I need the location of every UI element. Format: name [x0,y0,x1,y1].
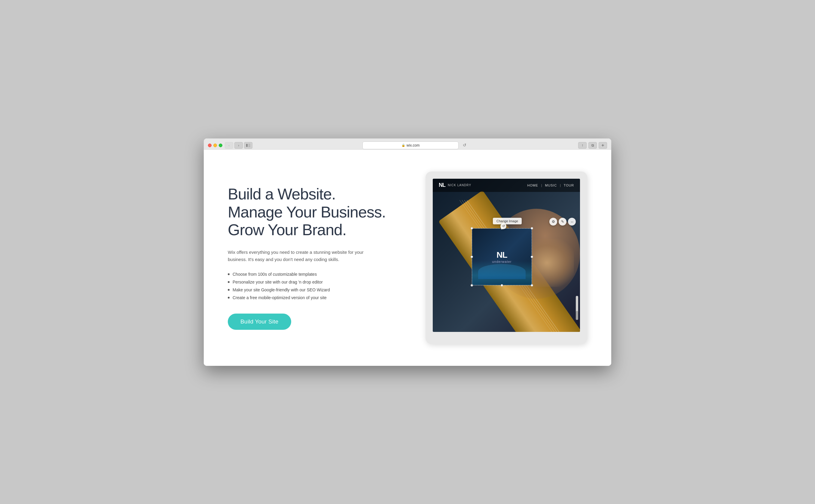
site-nav-links: HOME | MUSIC | TOUR [527,184,574,187]
more-options-button[interactable]: ··· [568,218,576,226]
list-item: Choose from 100s of customizable templat… [228,270,401,278]
lock-icon: 🔒 [401,144,405,147]
feature-text: Create a free mobile-optimized version o… [233,295,327,300]
minimize-button[interactable] [213,144,217,147]
address-bar-area: 🔒 wix.com ↺ [252,141,578,149]
tablet-screen: NL NICK LANDRY HOME | MUSIC | TOUR [433,179,580,332]
headline-line2: Manage Your Business. [228,203,385,221]
forward-button[interactable]: › [234,142,243,149]
rotate-handle[interactable]: ↺ [500,223,506,229]
scrollbar-thumb[interactable] [576,311,578,320]
handle-br[interactable] [531,284,533,287]
nav-link-music[interactable]: MUSIC [545,184,557,187]
gear-button[interactable]: ⚙ [549,218,557,226]
svg-rect-1 [248,144,250,144]
address-bar[interactable]: 🔒 wix.com [362,141,459,149]
svg-rect-0 [246,144,248,147]
nav-buttons: ‹ › [225,142,243,149]
handle-tl[interactable] [471,227,473,229]
scrollbar[interactable] [576,296,578,320]
left-content: Build a Website. Manage Your Business. G… [228,185,401,330]
tablet-mockup: NL NICK LANDRY HOME | MUSIC | TOUR [426,172,587,344]
reload-button[interactable]: ↺ [461,141,468,149]
list-item: Make your site Google-friendly with our … [228,286,401,294]
change-image-area: Change Image [493,218,522,224]
album-subtitle: underwater [492,260,512,263]
feature-text: Personalize your site with our drag 'n d… [233,280,323,284]
cta-button[interactable]: Build Your Site [228,314,291,330]
browser-window: ‹ › 🔒 wix.com ↺ ↑ ⧉ [204,138,611,366]
edit-button[interactable]: ✎ [559,218,567,226]
new-tab-button[interactable]: + [599,142,607,149]
svg-rect-2 [248,145,250,146]
list-item: Personalize your site with our drag 'n d… [228,278,401,286]
site-logo: NL NICK LANDRY [439,182,471,188]
nav-link-tour[interactable]: TOUR [564,184,574,187]
nav-link-home[interactable]: HOME [527,184,538,187]
album-element[interactable]: NL underwater [472,228,532,285]
handle-bc[interactable] [501,284,503,287]
feature-list: Choose from 100s of customizable templat… [228,270,401,302]
page-content: Build a Website. Manage Your Business. G… [204,150,611,366]
change-image-button[interactable]: Change Image [493,218,522,224]
close-button[interactable] [208,144,211,147]
logo-name: NICK LANDRY [448,184,471,187]
svg-rect-3 [248,146,250,147]
water-splash [478,264,526,279]
url-display: wix.com [406,143,420,147]
list-item: Create a free mobile-optimized version o… [228,294,401,302]
back-button[interactable]: ‹ [225,142,233,149]
maximize-button[interactable] [219,144,222,147]
feature-text: Choose from 100s of customizable templat… [233,272,317,277]
sidebar-toggle-button[interactable] [244,142,252,149]
album-title: NL [497,250,507,260]
headline-line3: Grow Your Brand. [228,221,346,238]
logo-initials: NL [439,182,446,188]
feature-text: Make your site Google-friendly with our … [233,287,330,292]
bullet-icon [228,281,230,283]
album-inner: NL underwater [472,228,532,285]
tabs-button[interactable]: ⧉ [589,142,597,149]
handle-mr[interactable] [531,256,533,258]
share-button[interactable]: ↑ [578,142,587,149]
description: Wix offers everything you need to create… [228,249,372,263]
bullet-icon [228,289,230,291]
handle-ml[interactable] [471,256,473,258]
right-content: NL NICK LANDRY HOME | MUSIC | TOUR [426,172,587,344]
toolbar-right: ↑ ⧉ + [578,142,607,149]
handle-tr[interactable] [531,227,533,229]
browser-chrome: ‹ › 🔒 wix.com ↺ ↑ ⧉ [204,138,611,150]
edit-action-buttons: ⚙ ✎ ··· [549,218,576,226]
site-preview: NL NICK LANDRY HOME | MUSIC | TOUR [433,179,580,332]
bullet-icon [228,273,230,275]
handle-bl[interactable] [471,284,473,287]
headline: Build a Website. Manage Your Business. G… [228,185,401,239]
site-nav: NL NICK LANDRY HOME | MUSIC | TOUR [433,179,580,192]
traffic-lights [208,144,222,147]
bullet-icon [228,297,230,299]
headline-line1: Build a Website. [228,185,336,203]
